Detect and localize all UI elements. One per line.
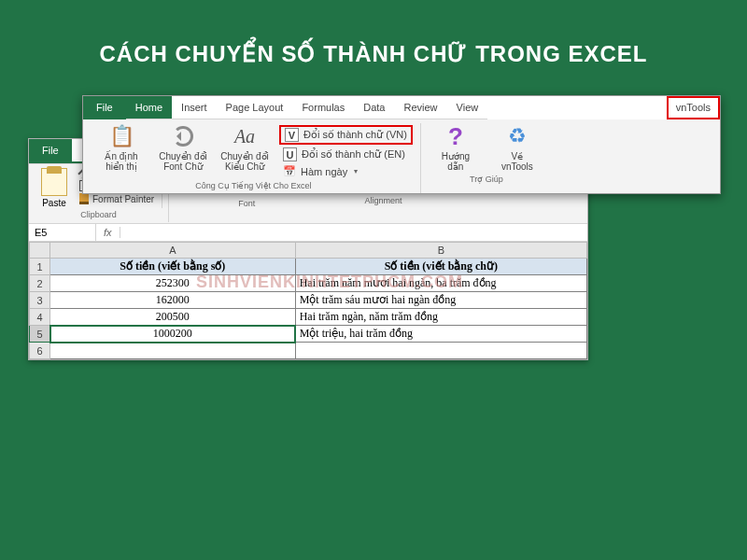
brush-icon — [79, 193, 89, 204]
cell[interactable]: 162000 — [50, 292, 296, 309]
cell[interactable]: Hai trăm năm mươi hai ngàn, ba trăm đồng — [295, 275, 586, 292]
tab-page-layout[interactable]: Page Layout — [217, 96, 293, 119]
number-to-text-vn-button[interactable]: V Đổi số thành chữ (VN) — [279, 125, 413, 145]
convert-style-button[interactable]: Aa Chuyển đổi Kiểu Chữ — [218, 123, 272, 172]
alignment-group-label: Alignment — [326, 194, 440, 208]
tab-review[interactable]: Review — [394, 96, 446, 119]
number-to-text-en-button[interactable]: U Đổi số thành chữ (EN) — [279, 147, 413, 162]
pin-label: Ấn định hiển thị — [105, 151, 137, 172]
question-icon: ? — [443, 123, 469, 149]
calendar-icon: 📅 — [283, 165, 296, 177]
pin-display-button[interactable]: 📋 Ấn định hiển thị — [94, 123, 148, 172]
cell[interactable]: 200500 — [50, 309, 296, 326]
u-badge-icon: U — [283, 147, 297, 161]
paste-icon — [41, 168, 67, 196]
tab-insert[interactable]: Insert — [172, 96, 217, 119]
tab-formulas[interactable]: Formulas — [292, 96, 354, 119]
row-header[interactable]: 5 — [30, 326, 50, 343]
aa-icon: Aa — [232, 123, 258, 149]
col-header-a[interactable]: A — [50, 243, 296, 259]
select-all-corner[interactable] — [30, 243, 50, 259]
fx-icon[interactable]: fx — [96, 227, 120, 238]
num-to-text-en-label: Đổi số thành chữ (EN) — [302, 148, 405, 161]
tab-file[interactable]: File — [83, 96, 126, 119]
cycle-icon — [170, 123, 196, 149]
cell[interactable] — [295, 343, 586, 359]
vntools-ribbon-window: File Home Insert Page Layout Formulas Da… — [82, 95, 721, 194]
guide-label: Hướng dẫn — [442, 151, 470, 172]
about-button[interactable]: ♻ Về vnTools — [490, 123, 544, 172]
pin-icon: 📋 — [108, 123, 134, 149]
cell-selected[interactable]: 1000200 — [50, 326, 296, 343]
paste-label: Paste — [42, 198, 66, 208]
cell[interactable]: Hai trăm ngàn, năm trăm đồng — [295, 309, 586, 326]
convert-font-label: Chuyển đổi Font Chữ — [159, 151, 206, 172]
cell[interactable]: Một trăm sáu mươi hai ngàn đồng — [295, 292, 586, 309]
font-group-label: Font — [176, 197, 317, 211]
formula-bar[interactable] — [120, 230, 587, 235]
tab-data[interactable]: Data — [354, 96, 394, 119]
chevron-down-icon[interactable]: ▾ — [352, 167, 358, 175]
vntools-ribbon-body: 📋 Ấn định hiển thị Chuyển đổi Font Chữ A… — [83, 119, 720, 193]
recycle-icon: ♻ — [504, 123, 530, 149]
header-cell[interactable]: Số tiền (viết bằng chữ) — [295, 259, 586, 275]
paste-button[interactable]: Paste — [35, 168, 74, 208]
tab-home[interactable]: Home — [126, 96, 172, 119]
header-cell[interactable]: Số tiền (viết bằng số) — [50, 259, 296, 275]
cell[interactable]: Một triệu, hai trăm đồng — [295, 326, 586, 343]
name-box[interactable]: E5 — [29, 224, 96, 241]
convert-font-button[interactable]: Chuyển đổi Font Chữ — [156, 123, 210, 172]
col-header-b[interactable]: B — [295, 243, 586, 259]
row-header[interactable]: 2 — [30, 275, 50, 292]
row-header[interactable]: 1 — [30, 259, 50, 275]
cell[interactable]: 252300 — [50, 275, 296, 292]
convert-style-label: Chuyển đổi Kiểu Chữ — [220, 151, 268, 172]
about-label: Về vnTools — [501, 151, 533, 172]
cell[interactable] — [50, 343, 296, 359]
row-header[interactable]: 6 — [30, 343, 50, 359]
num-to-text-vn-label: Đổi số thành chữ (VN) — [303, 129, 407, 141]
tab-file[interactable]: File — [29, 139, 72, 163]
format-painter-button[interactable]: Format Painter — [79, 193, 154, 204]
format-painter-label: Format Painter — [92, 194, 154, 204]
daily-func-button[interactable]: 📅 Hàm ngày ▾ — [279, 164, 413, 178]
vn-group1-label: Công Cụ Tiếng Việt Cho Excel — [195, 178, 311, 193]
clipboard-group-label: Clipboard — [35, 208, 162, 222]
guide-button[interactable]: ? Hướng dẫn — [429, 123, 483, 172]
tab-row-front: File Home Insert Page Layout Formulas Da… — [83, 96, 720, 119]
spreadsheet[interactable]: A B 1 Số tiền (viết bằng số) Số tiền (vi… — [29, 242, 587, 359]
daily-label: Hàm ngày — [301, 166, 347, 177]
page-title: CÁCH CHUYỂN SỐ THÀNH CHỮ TRONG EXCEL — [0, 0, 747, 95]
tab-vntools[interactable]: vnTools — [667, 96, 720, 119]
row-header[interactable]: 4 — [30, 309, 50, 326]
v-badge-icon: V — [285, 128, 299, 142]
row-header[interactable]: 3 — [30, 292, 50, 309]
vn-group3-label: Trợ Giúp — [470, 172, 503, 187]
tab-view[interactable]: View — [447, 96, 488, 119]
